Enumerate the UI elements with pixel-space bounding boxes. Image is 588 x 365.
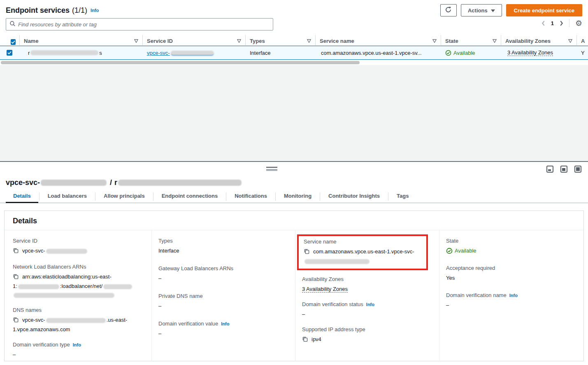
caret-down-icon (491, 7, 495, 14)
actions-button[interactable]: Actions (461, 4, 502, 16)
pagination: 1 ⚙ (542, 19, 582, 27)
state-badge: Available (455, 246, 476, 255)
redacted-text (41, 180, 107, 186)
select-all-checkbox[interactable] (11, 39, 16, 45)
current-page-button[interactable]: 1 (549, 20, 555, 26)
service-name-highlight-box: Service name com.amazonaws.vpce.us-east-… (297, 234, 428, 270)
copy-icon[interactable] (13, 247, 19, 256)
column-header-availability-zones[interactable]: Availability Zones (501, 35, 577, 45)
panel-size-large-icon[interactable] (574, 166, 581, 173)
column-header-name[interactable]: Name (20, 35, 143, 45)
tab-tags[interactable]: Tags (388, 190, 417, 203)
column-header-types[interactable]: Types (246, 35, 316, 45)
info-link[interactable]: Info (366, 302, 374, 307)
check-circle-icon (445, 50, 451, 56)
state-badge: Available (453, 50, 475, 56)
refresh-icon (445, 6, 452, 14)
field-service-id: Service ID vpce-svc- (13, 238, 145, 256)
prev-page-button[interactable] (542, 21, 545, 26)
field-domain-verification-name: Domain verification name Info – (446, 292, 577, 309)
panel-size-toggles (546, 166, 581, 173)
availability-zones-link[interactable]: 3 Availability Zones (507, 49, 553, 56)
filter-icon[interactable] (307, 39, 311, 43)
refresh-button[interactable] (440, 4, 457, 16)
copy-icon[interactable] (13, 316, 19, 325)
horizontal-scrollbar-thumb[interactable] (1, 61, 360, 64)
filter-icon[interactable] (432, 39, 437, 43)
field-domain-verification-type: Domain verification type Info – (13, 342, 145, 359)
field-types: Types Interface (158, 238, 288, 255)
search-icon (9, 21, 16, 28)
filter-icon[interactable] (568, 39, 572, 43)
filter-bar (6, 18, 273, 30)
copy-icon[interactable] (13, 273, 19, 282)
next-page-button[interactable] (560, 21, 563, 26)
panel-size-small-icon[interactable] (546, 166, 553, 173)
info-link[interactable]: Info (73, 342, 81, 347)
detail-tabs: Details Load balancers Allow principals … (0, 191, 588, 203)
redacted-text (118, 180, 242, 186)
panel-size-medium-icon[interactable] (560, 166, 567, 173)
field-supported-ip-type: Supported IP address type ipv4 (302, 326, 432, 344)
tab-contributor-insights[interactable]: Contributor Insights (320, 190, 388, 203)
row-select-cell (0, 50, 20, 56)
details-column-1: Service ID vpce-svc- Network Load Balanc… (5, 230, 151, 361)
column-header-service-id[interactable]: Service ID (143, 35, 246, 45)
create-endpoint-service-button[interactable]: Create endpoint service (506, 4, 582, 16)
row-service-name-cell: com.amazonaws.vpce.us-east-1.vpce-sv... (316, 50, 441, 56)
actions-button-label: Actions (468, 7, 488, 14)
row-acceptance-cut-cell: Y (577, 50, 588, 56)
tab-load-balancers[interactable]: Load balancers (40, 190, 95, 203)
field-service-name: Service name com.amazonaws.vpce.us-east-… (304, 239, 423, 265)
redacted-text (171, 51, 214, 56)
resource-counter: (1/1) (72, 6, 87, 15)
check-circle-icon (446, 248, 453, 254)
filter-icon[interactable] (237, 39, 241, 43)
field-nlb-arns: Network Load Balancers ARNs arn:aws:elas… (13, 264, 145, 299)
copy-icon[interactable] (304, 248, 309, 257)
table-header: Name Service ID Types Service name State (0, 35, 588, 46)
tab-notifications[interactable]: Notifications (226, 190, 275, 203)
info-link[interactable]: Info (509, 293, 518, 298)
pager-divider (569, 19, 569, 27)
page-title: Endpoint services (6, 6, 70, 15)
tab-details[interactable]: Details (5, 190, 39, 203)
field-domain-verification-value: Domain verification value Info – (158, 321, 288, 338)
field-glb-arns: Gateway Load Balancers ARNs – (158, 265, 288, 283)
redacted-text (103, 284, 132, 289)
detail-panel-title: vpce-svc- / r (6, 178, 242, 187)
tab-endpoint-connections[interactable]: Endpoint connections (153, 190, 226, 203)
column-header-acceptance-cut[interactable]: A (577, 35, 588, 45)
empty-list-background (0, 65, 588, 162)
filter-icon[interactable] (134, 39, 138, 43)
row-service-id-cell: vpce-svc- (143, 50, 246, 56)
info-link[interactable]: Info (221, 321, 229, 326)
details-card: Details Service ID vpce-svc- (4, 211, 584, 361)
field-domain-verification-status: Domain verification status Info – (302, 301, 432, 318)
split-panel-drag-handle[interactable] (266, 167, 277, 171)
field-dns-names: DNS names vpce-svc-.us-east- 1.vpce.amaz… (13, 307, 145, 334)
search-box[interactable] (6, 18, 273, 30)
column-header-service-name[interactable]: Service name (316, 35, 441, 45)
field-private-dns-name: Private DNS name – (158, 293, 288, 310)
column-header-state[interactable]: State (441, 35, 501, 45)
redacted-text (14, 293, 114, 298)
page-info-link[interactable]: Info (91, 8, 99, 13)
redacted-text (46, 249, 87, 254)
tab-allow-principals[interactable]: Allow principals (95, 190, 153, 203)
preferences-gear-icon[interactable]: ⚙ (575, 19, 582, 27)
tab-monitoring[interactable]: Monitoring (276, 190, 320, 203)
table-row[interactable]: r s vpce-svc- Interface com.amazonaws.vp… (0, 46, 588, 60)
detail-split-panel: vpce-svc- / r Details Load balancers All… (0, 163, 588, 365)
filter-icon[interactable] (493, 39, 497, 43)
toolbar: Actions Create endpoint service (440, 4, 582, 16)
search-input[interactable] (18, 21, 270, 28)
service-id-link[interactable]: vpce-svc- (147, 50, 215, 56)
row-state-cell: Available (441, 50, 501, 56)
field-state: State Available (446, 238, 577, 255)
availability-zones-link[interactable]: 3 Availability Zones (302, 286, 348, 292)
row-checkbox[interactable] (7, 50, 12, 56)
field-acceptance-required: Acceptance required Yes (446, 265, 577, 282)
copy-icon[interactable] (302, 336, 308, 344)
details-column-4: State Available (439, 230, 583, 361)
